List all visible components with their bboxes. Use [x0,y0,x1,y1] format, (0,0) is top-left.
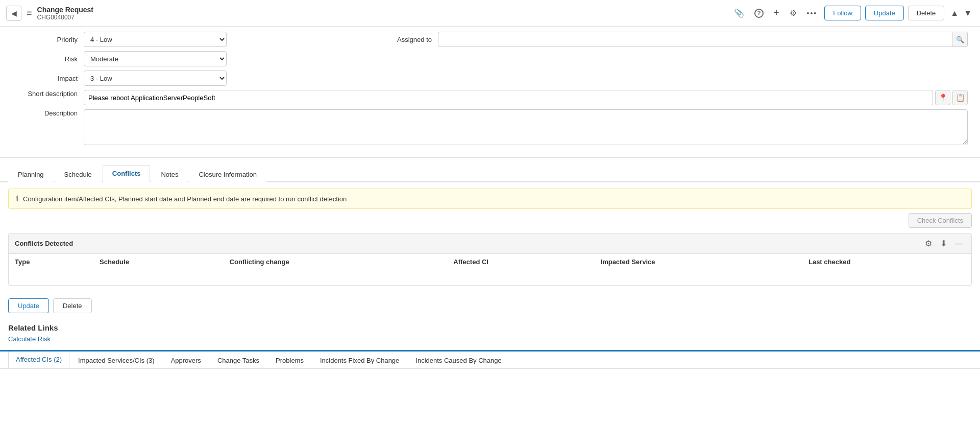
location-icon: 📍 [939,93,947,102]
more-icon-button[interactable]: ••• [804,7,821,19]
conflicts-actions: ⚙ ⬇ — [923,238,965,249]
description-textarea[interactable] [84,109,968,145]
description-row: Description [12,109,968,145]
conflicts-table-wrapper: Type Schedule Conflicting change Affecte… [9,254,971,286]
col-schedule: Schedule [93,254,224,270]
gear-icon: ⚙ [925,239,932,248]
short-description-input[interactable] [84,90,933,105]
empty-cell [9,270,971,286]
header-delete-button[interactable]: Delete [908,6,945,20]
minus-icon: — [955,239,963,248]
back-icon: ◀ [11,9,17,17]
table-row-empty [9,270,971,286]
calculate-risk-link[interactable]: Calculate Risk [8,335,972,343]
impact-label: Impact [12,75,84,82]
bottom-tab-incidents-caused[interactable]: Incidents Caused By Change [408,352,509,368]
header-bar: ◀ ≡ Change Request CHG0040007 📎 ? + ⚙ ••… [0,0,980,27]
related-links-title: Related Links [8,323,972,332]
conflicts-content: ℹ Configuration item/Affected CIs, Plann… [0,182,980,292]
impact-section: Impact 3 - Low [12,71,370,86]
bottom-buttons: Update Delete [0,292,980,319]
risk-section: Risk Moderate [12,51,370,66]
short-description-row: Short description 📍 📋 [12,90,968,105]
copy-icon: 📋 [956,93,965,102]
col-affected-ci: Affected CI [447,254,594,270]
conflicts-table-body [9,270,971,286]
nav-down-button[interactable]: ▼ [962,7,974,20]
tab-notes[interactable]: Notes [151,166,188,182]
assigned-to-input[interactable] [438,32,952,47]
col-conflicting-change: Conflicting change [224,254,448,270]
col-impacted-service: Impacted Service [595,254,802,270]
tab-conflicts[interactable]: Conflicts [103,165,151,182]
assigned-to-section: Assigned to 🔍 [382,32,968,47]
warning-banner: ℹ Configuration item/Affected CIs, Plann… [8,189,972,209]
conflicts-table-header-row: Type Schedule Conflicting change Affecte… [9,254,971,270]
back-button[interactable]: ◀ [6,6,21,21]
plus-icon: + [774,8,779,18]
nav-arrows: ▲ ▼ [948,7,974,20]
info-icon: ℹ [16,194,19,203]
description-label: Description [12,109,84,117]
add-icon-button[interactable]: + [771,6,782,20]
col-type: Type [9,254,93,270]
bottom-tabs-bar: Affected CIs (2) Impacted Services/CIs (… [0,350,980,369]
risk-select[interactable]: Moderate [84,51,227,66]
assigned-to-label: Assigned to [382,36,438,43]
impact-row: Impact 3 - Low [12,71,968,86]
risk-row: Risk Moderate [12,51,968,66]
priority-select[interactable]: 4 - Low [84,32,227,47]
bottom-tab-incidents-fixed[interactable]: Incidents Fixed By Change [312,352,407,368]
bottom-tab-affected-cis[interactable]: Affected CIs (2) [8,352,69,368]
conflicts-header: Conflicts Detected ⚙ ⬇ — [9,233,971,254]
conflicts-table-head: Type Schedule Conflicting change Affecte… [9,254,971,270]
location-icon-button[interactable]: 📍 [935,90,950,105]
delete-button[interactable]: Delete [53,298,92,313]
conflicts-section: Conflicts Detected ⚙ ⬇ — Type Schedule [8,233,972,286]
settings-icon-button[interactable]: ⚙ [787,6,800,20]
hamburger-icon[interactable]: ≡ [27,8,32,18]
warning-message: Configuration item/Affected CIs, Planned… [23,195,347,203]
record-id: CHG0040007 [37,14,93,21]
col-last-checked: Last checked [802,254,971,270]
assigned-to-search-button[interactable]: 🔍 [952,32,968,47]
priority-row: Priority 4 - Low Assigned to 🔍 [12,32,968,47]
tab-closure-information[interactable]: Closure Information [189,166,266,182]
ellipsis-icon: ••• [807,9,818,17]
bottom-tab-impacted-services[interactable]: Impacted Services/CIs (3) [70,352,162,368]
follow-button[interactable]: Follow [824,6,861,20]
check-conflicts-row: Check Conflicts [8,213,972,228]
related-links-section: Related Links Calculate Risk [0,319,980,347]
assigned-to-field-container: 🔍 [438,32,968,47]
help-icon-button[interactable]: ? [751,7,767,20]
form-area: Priority 4 - Low Assigned to 🔍 Risk Mode… [0,27,980,158]
title-block: Change Request CHG0040007 [37,6,93,21]
impact-select[interactable]: 3 - Low [84,71,227,86]
tabs-bar: Planning Schedule Conflicts Notes Closur… [0,164,980,182]
tab-planning[interactable]: Planning [8,166,54,182]
conflicts-settings-button[interactable]: ⚙ [923,238,934,249]
record-type: Change Request [37,6,93,14]
attachment-icon-button[interactable]: 📎 [731,6,747,20]
download-icon: ⬇ [940,239,947,248]
short-description-icons: 📍 📋 [935,90,968,105]
short-description-label: Short description [12,90,84,98]
risk-label: Risk [12,55,84,63]
bottom-tab-approvers[interactable]: Approvers [163,352,209,368]
conflicts-download-button[interactable]: ⬇ [938,238,949,249]
conflicts-title: Conflicts Detected [15,240,73,247]
bottom-tab-problems[interactable]: Problems [268,352,311,368]
header-update-button[interactable]: Update [865,6,904,20]
search-icon: 🔍 [956,36,964,43]
check-conflicts-button[interactable]: Check Conflicts [909,213,972,228]
nav-up-button[interactable]: ▲ [948,7,961,20]
copy-icon-button[interactable]: 📋 [952,90,968,105]
priority-section: Priority 4 - Low [12,32,370,47]
header-right: 📎 ? + ⚙ ••• Follow Update Delete ▲ ▼ [731,6,974,20]
bottom-tab-change-tasks[interactable]: Change Tasks [210,352,267,368]
update-button[interactable]: Update [8,298,49,313]
priority-label: Priority [12,36,84,43]
conflicts-minimize-button[interactable]: — [953,238,965,249]
tab-schedule[interactable]: Schedule [55,166,102,182]
header-left: ◀ ≡ Change Request CHG0040007 [6,6,93,21]
